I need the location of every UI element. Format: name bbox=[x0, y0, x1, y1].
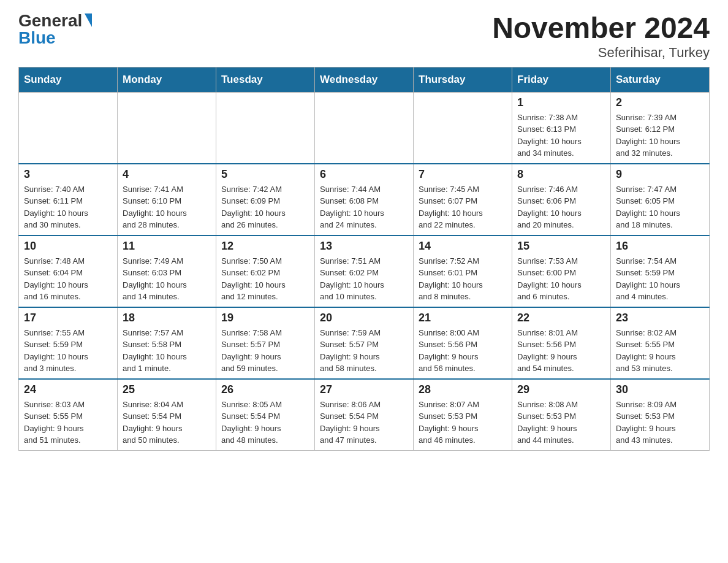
day-info: Sunrise: 8:09 AM Sunset: 5:53 PM Dayligh… bbox=[616, 399, 704, 446]
table-row bbox=[19, 92, 118, 164]
day-number: 2 bbox=[616, 96, 704, 109]
day-number: 7 bbox=[419, 168, 507, 181]
table-row: 18Sunrise: 7:57 AM Sunset: 5:58 PM Dayli… bbox=[118, 307, 216, 379]
day-number: 30 bbox=[616, 383, 704, 396]
day-info: Sunrise: 7:39 AM Sunset: 6:12 PM Dayligh… bbox=[616, 112, 704, 159]
day-number: 14 bbox=[419, 240, 507, 253]
day-number: 17 bbox=[24, 312, 112, 324]
header-thursday: Thursday bbox=[414, 67, 512, 92]
table-row: 27Sunrise: 8:06 AM Sunset: 5:54 PM Dayli… bbox=[315, 379, 414, 451]
table-row: 4Sunrise: 7:41 AM Sunset: 6:10 PM Daylig… bbox=[118, 164, 216, 236]
table-row: 5Sunrise: 7:42 AM Sunset: 6:09 PM Daylig… bbox=[216, 164, 315, 236]
day-number: 4 bbox=[123, 168, 211, 181]
day-number: 19 bbox=[221, 312, 309, 324]
day-info: Sunrise: 7:45 AM Sunset: 6:07 PM Dayligh… bbox=[419, 183, 507, 231]
day-number: 29 bbox=[517, 383, 605, 396]
table-row: 30Sunrise: 8:09 AM Sunset: 5:53 PM Dayli… bbox=[611, 379, 710, 451]
day-info: Sunrise: 7:50 AM Sunset: 6:02 PM Dayligh… bbox=[221, 255, 309, 303]
table-row: 7Sunrise: 7:45 AM Sunset: 6:07 PM Daylig… bbox=[414, 164, 512, 236]
day-number: 5 bbox=[221, 168, 309, 181]
day-number: 11 bbox=[123, 240, 211, 253]
day-info: Sunrise: 7:52 AM Sunset: 6:01 PM Dayligh… bbox=[419, 255, 507, 303]
day-info: Sunrise: 7:54 AM Sunset: 5:59 PM Dayligh… bbox=[616, 255, 704, 303]
table-row: 19Sunrise: 7:58 AM Sunset: 5:57 PM Dayli… bbox=[216, 307, 315, 379]
day-info: Sunrise: 8:01 AM Sunset: 5:56 PM Dayligh… bbox=[517, 327, 605, 375]
day-number: 3 bbox=[24, 168, 112, 181]
day-number: 23 bbox=[616, 312, 704, 324]
day-number: 25 bbox=[123, 383, 211, 396]
table-row: 6Sunrise: 7:44 AM Sunset: 6:08 PM Daylig… bbox=[315, 164, 414, 236]
day-number: 28 bbox=[419, 383, 507, 396]
table-row: 10Sunrise: 7:48 AM Sunset: 6:04 PM Dayli… bbox=[19, 236, 118, 307]
calendar-table: Sunday Monday Tuesday Wednesday Thursday… bbox=[18, 67, 710, 451]
calendar-week-row: 10Sunrise: 7:48 AM Sunset: 6:04 PM Dayli… bbox=[19, 236, 710, 307]
day-number: 20 bbox=[320, 312, 408, 324]
header-monday: Monday bbox=[118, 67, 216, 92]
day-number: 9 bbox=[616, 168, 704, 181]
day-info: Sunrise: 8:07 AM Sunset: 5:53 PM Dayligh… bbox=[419, 399, 507, 446]
day-info: Sunrise: 7:46 AM Sunset: 6:06 PM Dayligh… bbox=[517, 183, 605, 231]
day-number: 1 bbox=[517, 96, 605, 109]
table-row: 29Sunrise: 8:08 AM Sunset: 5:53 PM Dayli… bbox=[512, 379, 611, 451]
logo-triangle-icon bbox=[85, 13, 92, 27]
logo-blue-text: Blue bbox=[18, 29, 56, 47]
day-info: Sunrise: 7:59 AM Sunset: 5:57 PM Dayligh… bbox=[320, 327, 408, 375]
page-header: General Blue November 2024 Seferihisar, … bbox=[18, 12, 710, 61]
table-row: 25Sunrise: 8:04 AM Sunset: 5:54 PM Dayli… bbox=[118, 379, 216, 451]
header-friday: Friday bbox=[512, 67, 611, 92]
day-info: Sunrise: 8:00 AM Sunset: 5:56 PM Dayligh… bbox=[419, 327, 507, 375]
calendar-week-row: 24Sunrise: 8:03 AM Sunset: 5:55 PM Dayli… bbox=[19, 379, 710, 451]
table-row: 24Sunrise: 8:03 AM Sunset: 5:55 PM Dayli… bbox=[19, 379, 118, 451]
table-row: 28Sunrise: 8:07 AM Sunset: 5:53 PM Dayli… bbox=[414, 379, 512, 451]
day-number: 26 bbox=[221, 383, 309, 396]
day-info: Sunrise: 7:42 AM Sunset: 6:09 PM Dayligh… bbox=[221, 183, 309, 231]
table-row: 23Sunrise: 8:02 AM Sunset: 5:55 PM Dayli… bbox=[611, 307, 710, 379]
day-number: 18 bbox=[123, 312, 211, 324]
table-row bbox=[216, 92, 315, 164]
table-row: 2Sunrise: 7:39 AM Sunset: 6:12 PM Daylig… bbox=[611, 92, 710, 164]
day-info: Sunrise: 7:49 AM Sunset: 6:03 PM Dayligh… bbox=[123, 255, 211, 303]
day-info: Sunrise: 8:05 AM Sunset: 5:54 PM Dayligh… bbox=[221, 399, 309, 446]
day-number: 10 bbox=[24, 240, 112, 253]
logo: General Blue bbox=[18, 12, 92, 47]
table-row: 1Sunrise: 7:38 AM Sunset: 6:13 PM Daylig… bbox=[512, 92, 611, 164]
day-info: Sunrise: 7:44 AM Sunset: 6:08 PM Dayligh… bbox=[320, 183, 408, 231]
calendar-title: November 2024 bbox=[492, 12, 710, 45]
header-wednesday: Wednesday bbox=[315, 67, 414, 92]
day-info: Sunrise: 7:51 AM Sunset: 6:02 PM Dayligh… bbox=[320, 255, 408, 303]
header-tuesday: Tuesday bbox=[216, 67, 315, 92]
header-sunday: Sunday bbox=[19, 67, 118, 92]
day-number: 15 bbox=[517, 240, 605, 253]
table-row: 13Sunrise: 7:51 AM Sunset: 6:02 PM Dayli… bbox=[315, 236, 414, 307]
day-number: 27 bbox=[320, 383, 408, 396]
day-number: 8 bbox=[517, 168, 605, 181]
day-info: Sunrise: 7:57 AM Sunset: 5:58 PM Dayligh… bbox=[123, 327, 211, 375]
day-info: Sunrise: 8:06 AM Sunset: 5:54 PM Dayligh… bbox=[320, 399, 408, 446]
calendar-subtitle: Seferihisar, Turkey bbox=[492, 45, 710, 61]
day-info: Sunrise: 8:03 AM Sunset: 5:55 PM Dayligh… bbox=[24, 399, 112, 446]
day-number: 6 bbox=[320, 168, 408, 181]
day-info: Sunrise: 8:02 AM Sunset: 5:55 PM Dayligh… bbox=[616, 327, 704, 375]
table-row: 22Sunrise: 8:01 AM Sunset: 5:56 PM Dayli… bbox=[512, 307, 611, 379]
table-row: 3Sunrise: 7:40 AM Sunset: 6:11 PM Daylig… bbox=[19, 164, 118, 236]
day-number: 22 bbox=[517, 312, 605, 324]
day-number: 12 bbox=[221, 240, 309, 253]
table-row: 11Sunrise: 7:49 AM Sunset: 6:03 PM Dayli… bbox=[118, 236, 216, 307]
day-info: Sunrise: 7:58 AM Sunset: 5:57 PM Dayligh… bbox=[221, 327, 309, 375]
calendar-week-row: 1Sunrise: 7:38 AM Sunset: 6:13 PM Daylig… bbox=[19, 92, 710, 164]
day-info: Sunrise: 7:55 AM Sunset: 5:59 PM Dayligh… bbox=[24, 327, 112, 375]
day-number: 24 bbox=[24, 383, 112, 396]
table-row bbox=[414, 92, 512, 164]
day-info: Sunrise: 7:48 AM Sunset: 6:04 PM Dayligh… bbox=[24, 255, 112, 303]
day-info: Sunrise: 8:04 AM Sunset: 5:54 PM Dayligh… bbox=[123, 399, 211, 446]
table-row: 9Sunrise: 7:47 AM Sunset: 6:05 PM Daylig… bbox=[611, 164, 710, 236]
table-row bbox=[118, 92, 216, 164]
weekday-header-row: Sunday Monday Tuesday Wednesday Thursday… bbox=[19, 67, 710, 92]
table-row: 15Sunrise: 7:53 AM Sunset: 6:00 PM Dayli… bbox=[512, 236, 611, 307]
table-row: 12Sunrise: 7:50 AM Sunset: 6:02 PM Dayli… bbox=[216, 236, 315, 307]
day-info: Sunrise: 7:41 AM Sunset: 6:10 PM Dayligh… bbox=[123, 183, 211, 231]
day-info: Sunrise: 7:40 AM Sunset: 6:11 PM Dayligh… bbox=[24, 183, 112, 231]
table-row: 20Sunrise: 7:59 AM Sunset: 5:57 PM Dayli… bbox=[315, 307, 414, 379]
calendar-week-row: 17Sunrise: 7:55 AM Sunset: 5:59 PM Dayli… bbox=[19, 307, 710, 379]
day-number: 16 bbox=[616, 240, 704, 253]
